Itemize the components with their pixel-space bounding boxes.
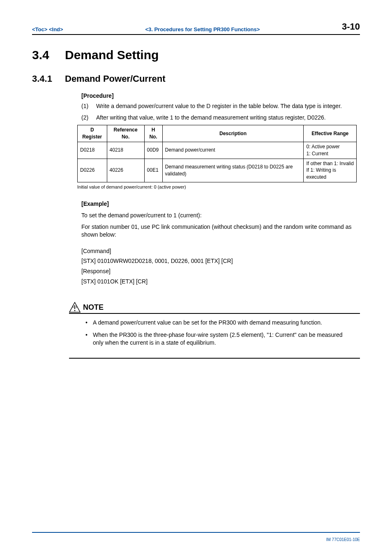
ind-link[interactable]: <Ind> [49, 26, 63, 32]
subsection-number: 3.4.1 [32, 73, 65, 85]
note-bullet: • When the PR300 is the three-phase four… [85, 331, 353, 347]
procedure-step: (2) After writing that value, write 1 to… [81, 114, 360, 122]
register-table: D Register Reference No. H No. Descripti… [77, 125, 357, 182]
example-label: [Example] [81, 200, 360, 208]
procedure-step: (1) Write a demand power/current value t… [81, 102, 360, 111]
cell-dreg: D0226 [78, 159, 107, 182]
th-hno: H No. [144, 125, 162, 142]
response-label: [Response] [81, 267, 360, 276]
warning-icon [69, 302, 81, 313]
footer-docid: IM 77C01E01-10E [326, 537, 360, 542]
procedure-block: [Procedure] (1) Write a demand power/cur… [81, 92, 360, 122]
bullet-icon: • [85, 331, 93, 347]
th-desc: Description [162, 125, 304, 142]
section-number: 3.4 [32, 46, 65, 64]
cell-range: If other than 1: Invalid If 1: Writing i… [304, 159, 357, 182]
header-left: <Toc> <Ind> [32, 26, 63, 33]
th-range: Effective Range [304, 125, 357, 142]
bullet-icon: • [85, 319, 93, 327]
bullet-text: A demand power/current value can be set … [93, 319, 353, 327]
cell-range: 0: Active power 1: Current [304, 142, 357, 159]
page-number: 3-10 [342, 21, 360, 33]
step-text: Write a demand power/current value to th… [96, 102, 360, 111]
note-bullet: • A demand power/current value can be se… [85, 319, 353, 327]
th-ref: Reference No. [107, 125, 144, 142]
example-intro-1: To set the demand power/current to 1 (cu… [81, 212, 360, 220]
page-header: <Toc> <Ind> <3. Procedures for Setting P… [32, 21, 360, 35]
bullet-text: When the PR300 is the three-phase four-w… [93, 331, 353, 347]
note-header: NOTE [69, 302, 360, 314]
procedure-label: [Procedure] [81, 92, 360, 100]
subsection-title: Demand Power/Current [65, 74, 166, 84]
example-intro-2: For station number 01, use PC link commu… [81, 223, 360, 239]
step-text: After writing that value, write 1 to the… [96, 114, 360, 122]
svg-point-4 [74, 310, 76, 311]
cell-desc: Demand measurement writing status (D0218… [162, 159, 304, 182]
command-label: [Command] [81, 247, 360, 256]
cell-hno: 00E1 [144, 159, 162, 182]
cell-dreg: D0218 [78, 142, 107, 159]
note-block: NOTE • A demand power/current value can … [69, 302, 360, 359]
cell-desc: Demand power/current [162, 142, 304, 159]
page: <Toc> <Ind> <3. Procedures for Setting P… [0, 0, 392, 555]
section-heading: 3.4Demand Setting [32, 46, 360, 64]
response-line: [STX] 0101OK [ETX] [CR] [81, 278, 360, 286]
note-title: NOTE [83, 302, 104, 313]
note-body: • A demand power/current value can be se… [69, 314, 360, 359]
subsection-heading: 3.4.1Demand Power/Current [32, 73, 360, 85]
example-block: [Example] To set the demand power/curren… [81, 200, 360, 286]
cell-ref: 40218 [107, 142, 144, 159]
header-chapter: <3. Procedures for Setting PR300 Functio… [145, 26, 260, 33]
cell-hno: 00D9 [144, 142, 162, 159]
register-table-block: D Register Reference No. H No. Descripti… [77, 125, 360, 190]
page-footer: IM 77C01E01-10E [32, 532, 360, 543]
command-block: [Command] [STX] 01010WRW02D0218, 0001, D… [81, 247, 360, 286]
table-header-row: D Register Reference No. H No. Descripti… [78, 125, 357, 142]
table-footnote: Initial value of demand power/current: 0… [77, 184, 360, 190]
table-row: D0226 40226 00E1 Demand measurement writ… [78, 159, 357, 182]
cell-ref: 40226 [107, 159, 144, 182]
section-title: Demand Setting [65, 48, 159, 62]
step-number: (2) [81, 114, 96, 122]
toc-link[interactable]: <Toc> [32, 26, 47, 32]
th-dreg: D Register [78, 125, 107, 142]
table-row: D0218 40218 00D9 Demand power/current 0:… [78, 142, 357, 159]
command-line: [STX] 01010WRW02D0218, 0001, D0226, 0001… [81, 257, 360, 265]
step-number: (1) [81, 102, 96, 111]
